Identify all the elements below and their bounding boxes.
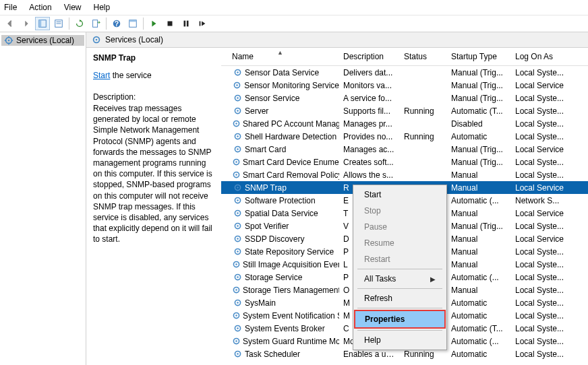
gear-icon — [232, 196, 243, 205]
cell-name: Sensor Data Service — [245, 68, 319, 77]
table-row[interactable]: Shell Hardware DetectionProvides no...Ru… — [221, 130, 588, 143]
cell-logon: Local Service — [511, 234, 572, 244]
gear-icon — [232, 119, 241, 128]
properties-button[interactable] — [125, 17, 140, 30]
cell-startup: Manual (Trig... — [447, 68, 511, 77]
cell-name: Smart Card Device Enumera... — [243, 158, 339, 167]
svg-point-39 — [235, 174, 237, 175]
refresh-button[interactable] — [72, 17, 87, 30]
cell-name: Spot Verifier — [245, 222, 289, 231]
table-row[interactable]: Sensor Monitoring ServiceMonitors va...M… — [221, 79, 588, 92]
cell-name: Shared PC Account Manager — [243, 119, 339, 129]
cell-startup: Automatic (T... — [447, 106, 511, 116]
svg-point-43 — [237, 199, 238, 201]
pause-button[interactable] — [179, 17, 194, 30]
cell-description: A service fo... — [339, 94, 400, 103]
gear-icon — [232, 324, 243, 333]
view-title: Services (Local) — [105, 35, 163, 44]
table-row[interactable]: Smart Card Removal PolicyAllows the s...… — [221, 168, 588, 181]
gear-icon — [232, 132, 243, 141]
table-row[interactable]: Sensor Data ServiceDelivers dat...Manual… — [221, 66, 588, 79]
svg-point-23 — [237, 71, 238, 73]
cell-logon: Local Syste... — [511, 106, 572, 116]
ctx-refresh[interactable]: Refresh — [355, 290, 445, 306]
cell-description: Provides no... — [339, 132, 400, 141]
cell-name: Server — [245, 106, 268, 116]
ctx-properties[interactable]: Properties — [354, 310, 446, 329]
service-list: ▲Name Description Status Startup Type Lo… — [221, 48, 588, 365]
description-label: Description: — [93, 92, 214, 102]
cell-name: Spatial Data Service — [245, 209, 318, 218]
start-link[interactable]: Start — [93, 71, 110, 80]
cell-logon: Local Syste... — [511, 298, 572, 308]
cell-logon: Local Syste... — [511, 119, 572, 129]
forward-button[interactable] — [19, 17, 34, 30]
tree-item-label: Services (Local) — [16, 36, 74, 45]
svg-rect-1 — [39, 20, 42, 28]
svg-point-25 — [236, 84, 237, 86]
cell-name: Storage Tiers Management — [243, 286, 339, 295]
restart-button[interactable] — [195, 17, 210, 30]
ctx-resume[interactable]: Resume — [355, 235, 445, 251]
cell-startup: Automatic — [447, 132, 511, 141]
gear-icon — [232, 183, 243, 192]
cell-name: Sensor Monitoring Service — [244, 81, 339, 90]
svg-point-27 — [237, 97, 238, 98]
back-button[interactable] — [3, 17, 18, 30]
col-status[interactable]: Status — [400, 51, 447, 63]
cell-name: Sensor Service — [245, 94, 299, 103]
tree-item-services-local[interactable]: Services (Local) — [1, 35, 84, 46]
svg-point-53 — [235, 263, 237, 265]
cell-name: Still Image Acquisition Events — [243, 260, 339, 269]
col-name[interactable]: ▲Name — [221, 51, 339, 63]
help-button[interactable]: ? — [109, 17, 124, 30]
ctx-pause[interactable]: Pause — [355, 219, 445, 235]
table-row[interactable]: Smart CardManages ac...Manual (Trig...Lo… — [221, 143, 588, 156]
menu-view[interactable]: View — [64, 3, 82, 12]
show-hide-tree-button[interactable] — [35, 17, 50, 30]
cell-startup: Automatic (... — [447, 273, 511, 282]
table-row[interactable]: Shared PC Account ManagerManages pr...Di… — [221, 117, 588, 130]
cell-startup: Manual — [447, 183, 511, 193]
gear-icon — [232, 209, 243, 218]
stop-button[interactable] — [163, 17, 177, 30]
ctx-all-tasks[interactable]: All Tasks▶ — [355, 271, 445, 287]
service-name: SNMP Trap — [93, 53, 214, 63]
table-row[interactable]: ServerSupports fil...RunningAutomatic (T… — [221, 104, 588, 117]
svg-point-45 — [237, 212, 238, 213]
cell-description: Delivers dat... — [339, 68, 400, 77]
cell-status: Running — [400, 350, 447, 359]
cell-startup: Manual — [447, 247, 511, 257]
cell-logon: Local Syste... — [511, 94, 572, 103]
cell-startup: Manual — [447, 209, 511, 218]
ctx-start[interactable]: Start — [355, 187, 445, 203]
export-list-button[interactable] — [88, 17, 103, 30]
cell-description: Manages ac... — [339, 145, 400, 154]
play-button[interactable] — [146, 17, 161, 30]
menu-help[interactable]: Help — [94, 3, 111, 12]
context-menu: Start Stop Pause Resume Restart All Task… — [353, 185, 447, 350]
ctx-help[interactable]: Help — [355, 332, 445, 348]
ctx-restart[interactable]: Restart — [355, 251, 445, 267]
menu-file[interactable]: File — [4, 3, 17, 12]
cell-logon: Local Syste... — [511, 350, 572, 359]
cell-logon: Local Service — [511, 183, 572, 193]
table-row[interactable]: Smart Card Device Enumera...Creates soft… — [221, 156, 588, 168]
gear-icon — [232, 68, 243, 77]
menu-action[interactable]: Action — [29, 3, 51, 12]
table-row[interactable]: Sensor ServiceA service fo...Manual (Tri… — [221, 92, 588, 104]
svg-rect-12 — [187, 21, 189, 27]
tree-pane: Services (Local) — [0, 32, 86, 365]
cell-name: Smart Card — [245, 145, 286, 154]
svg-point-31 — [235, 123, 237, 124]
col-description[interactable]: Description — [339, 51, 400, 63]
cell-name: Task Scheduler — [245, 350, 300, 359]
gear-icon — [232, 145, 243, 154]
col-startup-type[interactable]: Startup Type — [447, 51, 511, 63]
export-button[interactable] — [51, 17, 66, 30]
ctx-stop[interactable]: Stop — [355, 203, 445, 219]
svg-point-33 — [237, 135, 238, 137]
cell-logon: Local Syste... — [511, 247, 572, 257]
cell-logon: Local Service — [511, 81, 572, 90]
col-log-on-as[interactable]: Log On As — [511, 51, 572, 63]
